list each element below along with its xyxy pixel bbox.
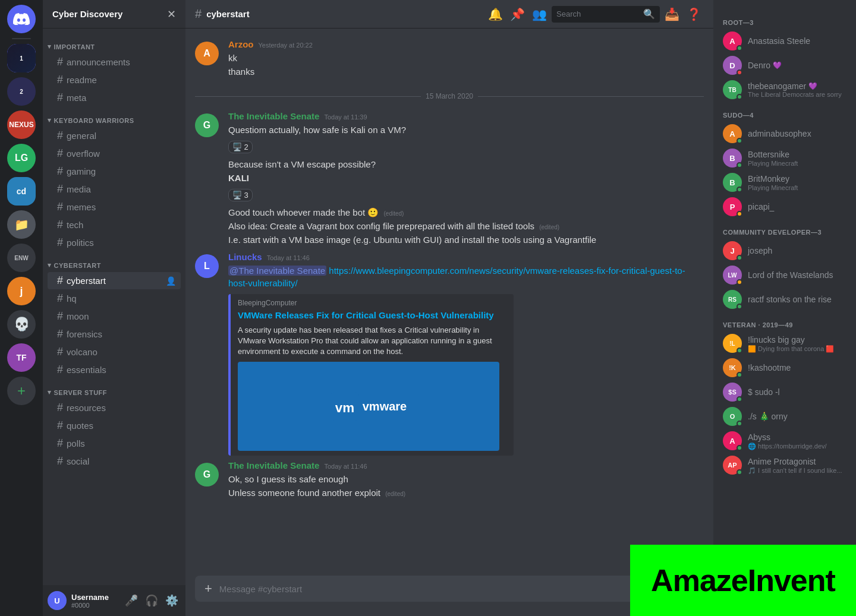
member-name-bottersnike: Bottersnike bbox=[748, 150, 789, 159]
attach-icon[interactable]: + bbox=[204, 581, 212, 596]
server-icon-folder[interactable]: 📁 bbox=[7, 210, 36, 239]
message-input-box[interactable]: + GIF 😊 bbox=[195, 576, 704, 602]
avatar-thebeanogamer: TB bbox=[723, 80, 742, 99]
server-icon-nexus[interactable]: NEXUS bbox=[7, 110, 36, 139]
member-lordwastelands[interactable]: LW Lord of the Wastelands bbox=[718, 263, 851, 287]
message-text-vagrant: Also idea: Create a Vagrant box config f… bbox=[228, 220, 704, 232]
avatar-picapi: P bbox=[723, 197, 742, 216]
user-discriminator: #0000 bbox=[71, 602, 118, 609]
channel-gaming[interactable]: # gaming bbox=[48, 163, 181, 180]
channel-politics[interactable]: # politics bbox=[48, 234, 181, 251]
bell-icon[interactable]: 🔔 bbox=[486, 5, 505, 24]
category-cyberstart[interactable]: ▾ CYBERSTART bbox=[43, 252, 185, 271]
message-text-linucks-mention: @The Inevitable Senate https://www.bleep… bbox=[228, 264, 704, 289]
channel-meta[interactable]: # meta bbox=[48, 89, 181, 106]
member-picapi[interactable]: P picapi_ bbox=[718, 195, 851, 219]
member-anime-protagonist[interactable]: AP Anime Protagonist 🎵 I still can't tel… bbox=[718, 453, 851, 477]
search-bar[interactable]: 🔍 bbox=[552, 6, 660, 23]
member-anastasia[interactable]: A Anastasia Steele bbox=[718, 29, 851, 53]
member-category-root: ROOT—3 bbox=[713, 10, 856, 29]
divider-line-right bbox=[478, 96, 704, 97]
member-kashootme[interactable]: !K !kashootme bbox=[718, 356, 851, 380]
avatar-anastasia: A bbox=[723, 31, 742, 50]
member-linucks[interactable]: !L !linucks big gay 🟧 Dying from that co… bbox=[718, 331, 851, 355]
microphone-icon[interactable]: 🎤 bbox=[122, 592, 140, 609]
embed-title[interactable]: VMWare Releases Fix for Critical Guest-t… bbox=[238, 309, 506, 321]
channel-overflow[interactable]: # overflow bbox=[48, 145, 181, 162]
server-icon-j[interactable]: j bbox=[7, 277, 36, 305]
channel-hq[interactable]: # hq bbox=[48, 290, 181, 307]
member-abyss[interactable]: A Abyss 🌐 https://tomburridge.dev/ bbox=[718, 429, 851, 453]
message-author-senate[interactable]: The Inevitable Senate bbox=[228, 111, 319, 121]
avatar-arzoo[interactable]: A bbox=[195, 42, 219, 65]
member-adminabus[interactable]: A adminabusophex bbox=[718, 122, 851, 146]
avatar-abyss: A bbox=[723, 431, 742, 450]
settings-icon[interactable]: ⚙️ bbox=[163, 592, 181, 609]
category-keyboard-warriors[interactable]: ▾ KEYBOARD WARRIORS bbox=[43, 107, 185, 127]
channel-volcano[interactable]: # volcano bbox=[48, 343, 181, 361]
channel-essentials[interactable]: # essentials bbox=[48, 361, 181, 378]
avatar-senate[interactable]: G bbox=[195, 113, 219, 137]
avatar-denro: D bbox=[723, 56, 742, 75]
member-joseph[interactable]: J joseph bbox=[718, 239, 851, 263]
channel-announcements[interactable]: # announcements bbox=[48, 53, 181, 71]
message-header-senate2: The Inevitable Senate Today at 11:46 bbox=[228, 460, 704, 470]
channel-resources[interactable]: # resources bbox=[48, 399, 181, 416]
message-content-senate2: The Inevitable Senate Today at 11:46 Ok,… bbox=[228, 460, 704, 500]
pin-icon[interactable]: 📌 bbox=[508, 5, 527, 24]
add-server-button[interactable]: + bbox=[7, 377, 36, 405]
help-icon[interactable]: ❓ bbox=[684, 5, 704, 24]
headphone-icon[interactable]: 🎧 bbox=[143, 592, 160, 609]
member-thebeanogamer[interactable]: TB thebeanogamer 💜 The Liberal Democrats… bbox=[718, 78, 851, 102]
member-info-denro: Denro 💜 bbox=[748, 61, 846, 70]
category-server-stuff[interactable]: ▾ SERVER STUFF bbox=[43, 379, 185, 399]
channel-media[interactable]: # media bbox=[48, 181, 181, 198]
avatar-linucks[interactable]: L bbox=[195, 254, 219, 278]
member-denro[interactable]: D Denro 💜 bbox=[718, 53, 851, 77]
avatar-senate2[interactable]: G bbox=[195, 463, 219, 487]
channel-readme[interactable]: # readme bbox=[48, 71, 181, 89]
message-author-arzoo[interactable]: Arzoo bbox=[228, 39, 254, 49]
channel-social[interactable]: # social bbox=[48, 453, 181, 470]
channel-memes[interactable]: # memes bbox=[48, 198, 181, 216]
server-icon-tf[interactable]: TF bbox=[7, 343, 36, 372]
channel-quotes[interactable]: # quotes bbox=[48, 417, 181, 434]
server-icon-lg[interactable]: LG bbox=[7, 144, 36, 172]
inbox-icon[interactable]: 📥 bbox=[662, 5, 682, 24]
server-header[interactable]: Cyber Discovery ✕ bbox=[43, 0, 185, 29]
message-author-linucks[interactable]: Linucks bbox=[228, 252, 262, 262]
channel-general[interactable]: # general bbox=[48, 127, 181, 144]
member-sudo-l[interactable]: $S $ sudo -l bbox=[718, 380, 851, 404]
server-icon-enw[interactable]: ENW bbox=[7, 244, 36, 272]
message-input[interactable] bbox=[219, 584, 649, 594]
member-britmonkey[interactable]: B BritMonkey Playing Minecraft bbox=[718, 170, 851, 194]
member-orny[interactable]: O ./s 🎄 orny bbox=[718, 405, 851, 428]
server-icon-2[interactable]: 2 bbox=[7, 77, 36, 106]
member-info-bean: thebeanogamer 💜 The Liberal Democrats ar… bbox=[748, 81, 846, 98]
server-icon-skull[interactable]: 💀 bbox=[7, 310, 36, 339]
server-icon-cd[interactable]: cd bbox=[7, 177, 36, 206]
message-text-kali-question: Questiom actually, how safe is Kali on a… bbox=[228, 124, 704, 136]
server-icon-1[interactable]: 1 bbox=[7, 44, 36, 72]
channel-cyberstart[interactable]: # cyberstart 👤 bbox=[48, 272, 181, 289]
channel-polls[interactable]: # polls bbox=[48, 435, 181, 452]
search-input[interactable] bbox=[556, 10, 640, 18]
message-author-senate2[interactable]: The Inevitable Senate bbox=[228, 460, 319, 470]
member-status-anime-protagonist: 🎵 I still can't tell if I sound like... bbox=[748, 467, 846, 475]
discord-home-button[interactable] bbox=[7, 5, 36, 33]
footer-controls: 🎤 🎧 ⚙️ bbox=[122, 592, 181, 609]
channel-moon[interactable]: # moon bbox=[48, 308, 181, 325]
channel-list: ▾ IMPORTANT # announcements # readme # m… bbox=[43, 29, 185, 585]
channel-tech[interactable]: # tech bbox=[48, 216, 181, 233]
category-important[interactable]: ▾ IMPORTANT bbox=[43, 33, 185, 53]
member-list: ROOT—3 A Anastasia Steele D Denro 💜 TB bbox=[713, 0, 856, 616]
chevron-icon: ▾ bbox=[48, 43, 52, 50]
members-icon[interactable]: 👥 bbox=[530, 5, 549, 24]
member-bottersnike[interactable]: B Bottersnike Playing Minecraft bbox=[718, 146, 851, 170]
mention-senate[interactable]: @The Inevitable Senate bbox=[228, 266, 326, 276]
reaction-2[interactable]: 🖥️ 3 bbox=[228, 187, 704, 201]
channel-forensics[interactable]: # forensics bbox=[48, 326, 181, 343]
message-text-kali: KALI bbox=[228, 172, 704, 184]
reaction-1[interactable]: 🖥️ 2 bbox=[228, 138, 704, 153]
member-ractf[interactable]: RS ractf stonks on the rise bbox=[718, 288, 851, 311]
